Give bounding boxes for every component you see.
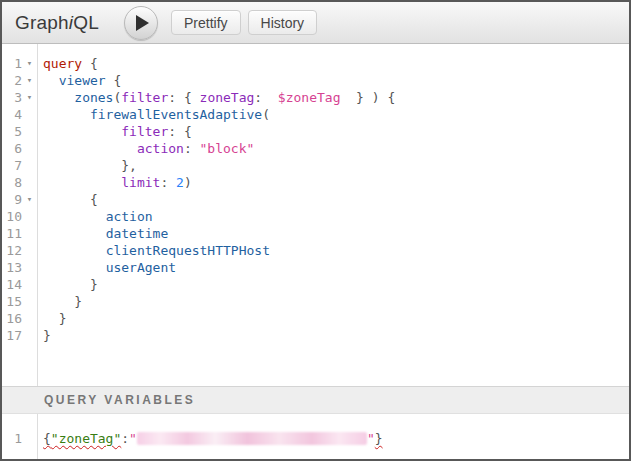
redacted-zone-tag-value [137,432,367,445]
code-token: filter [121,90,168,105]
query-editor[interactable]: 1▾2▾3▾456789▾1011121314151617 query { vi… [2,44,629,386]
line-number: 6 [2,140,22,157]
fold-spacer [22,293,37,310]
code-token: 2 [176,175,184,190]
code-token: } [43,294,82,309]
line-number: 2 [2,72,22,89]
fold-spacer [22,140,37,157]
graphiql-app: GraphiQL Prettify History 1▾2▾3▾456789▾1… [0,0,631,461]
code-token: } [43,328,51,343]
line-number: 1 [2,55,22,72]
code-token: "block" [200,141,255,156]
play-icon [136,15,149,31]
line-number: 14 [2,276,22,293]
line-number: 3 [2,89,22,106]
code-token: $zoneTag [278,90,341,105]
code-line[interactable]: }, [43,157,629,174]
code-line[interactable]: datetime [43,225,629,242]
code-token [43,226,106,241]
fold-arrow-icon[interactable]: ▾ [22,89,37,106]
line-number: 1 [2,430,22,447]
code-token: : [254,90,277,105]
code-line[interactable]: zones(filter: { zoneTag: $zoneTag } ) { [43,89,629,106]
code-token: } ) { [340,90,395,105]
code-token [43,260,106,275]
prettify-button[interactable]: Prettify [171,10,241,35]
fold-spacer [22,208,37,225]
code-token: ( [262,107,270,122]
code-token: } [43,277,98,292]
history-button[interactable]: History [248,10,318,35]
code-token: " [367,431,375,446]
code-token: }, [43,158,137,173]
logo-text-post: QL [73,12,99,33]
code-line[interactable]: filter: { [43,123,629,140]
line-number: 5 [2,123,22,140]
fold-spacer [22,310,37,327]
code-token: : [121,431,129,446]
execute-query-button[interactable] [124,6,158,40]
code-line[interactable]: clientRequestHTTPHost [43,242,629,259]
code-token [43,175,121,190]
line-number: 4 [2,106,22,123]
fold-spacer [22,174,37,191]
line-number: 17 [2,327,22,344]
fold-spacer [22,327,37,344]
code-token: " [129,431,137,446]
code-token [43,209,106,224]
code-line[interactable]: } [43,310,629,327]
code-token [43,243,106,258]
code-line[interactable]: query { [43,55,629,72]
logo-text-pre: Graph [15,12,69,33]
code-line[interactable]: } [43,327,629,344]
fold-spacer [22,430,37,447]
code-line[interactable]: limit: 2) [43,174,629,191]
code-token: { [106,73,122,88]
variables-editor[interactable]: 1 {"zoneTag":""} [2,414,629,459]
code-token: : [184,141,200,156]
line-number: 10 [2,208,22,225]
fold-spacer [22,225,37,242]
code-token: clientRequestHTTPHost [106,243,270,258]
fold-spacer [22,123,37,140]
code-token [43,90,74,105]
line-number: 16 [2,310,22,327]
variables-code-line[interactable]: {"zoneTag":""} [38,414,629,459]
code-token: { [43,192,98,207]
code-token: datetime [106,226,169,241]
code-token: { [43,431,51,446]
line-number: 8 [2,174,22,191]
code-line[interactable]: action: "block" [43,140,629,157]
code-token [43,73,59,88]
code-line[interactable]: } [43,276,629,293]
fold-arrow-icon[interactable]: ▾ [22,72,37,89]
graphiql-logo: GraphiQL [15,12,99,34]
code-token: } [43,311,66,326]
line-number: 12 [2,242,22,259]
code-line[interactable]: action [43,208,629,225]
code-line[interactable]: viewer { [43,72,629,89]
fold-spacer [22,276,37,293]
line-number: 11 [2,225,22,242]
code-token: limit [121,175,160,190]
code-token: : { [168,90,199,105]
query-variables-title: QUERY VARIABLES [44,393,195,407]
code-token: filter [121,124,168,139]
query-variables-header[interactable]: QUERY VARIABLES [2,386,629,414]
fold-arrow-icon[interactable]: ▾ [22,191,37,208]
code-token: { [82,56,98,71]
code-line[interactable]: userAgent [43,259,629,276]
code-line[interactable]: } [43,293,629,310]
query-code[interactable]: query { viewer { zones(filter: { zoneTag… [38,44,629,386]
code-token: zones [74,90,113,105]
fold-arrow-icon[interactable]: ▾ [22,55,37,72]
code-line[interactable]: firewallEventsAdaptive( [43,106,629,123]
code-token: action [137,141,184,156]
code-token [43,124,121,139]
fold-spacer [22,242,37,259]
code-token: } [375,431,383,446]
code-token: firewallEventsAdaptive [90,107,262,122]
code-line[interactable]: { [43,191,629,208]
code-token: zoneTag [200,90,255,105]
line-number: 7 [2,157,22,174]
